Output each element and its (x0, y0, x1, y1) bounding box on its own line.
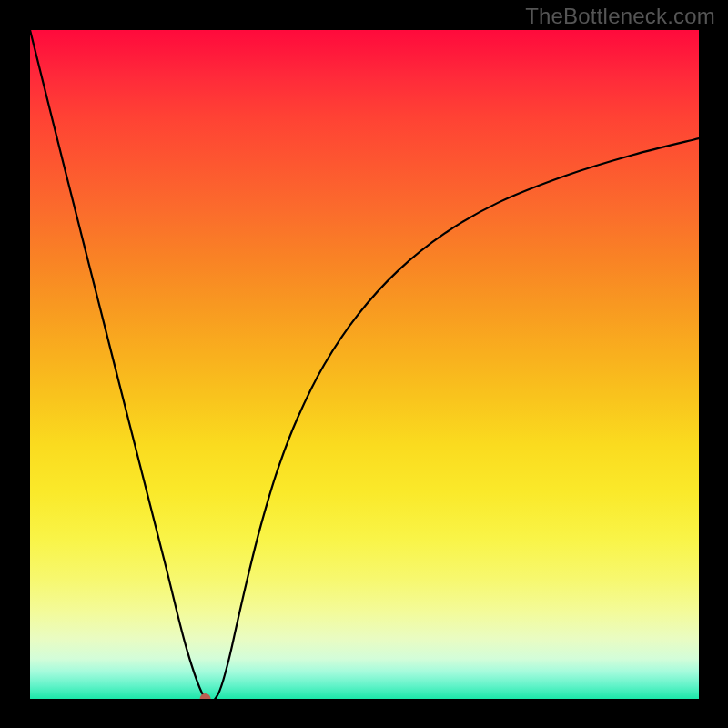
bottleneck-curve (30, 30, 699, 699)
bottleneck-chart-svg (30, 30, 699, 699)
watermark-text: TheBottleneck.com (525, 4, 715, 29)
chart-plot-area (30, 30, 699, 699)
optimal-point-marker (200, 693, 211, 699)
